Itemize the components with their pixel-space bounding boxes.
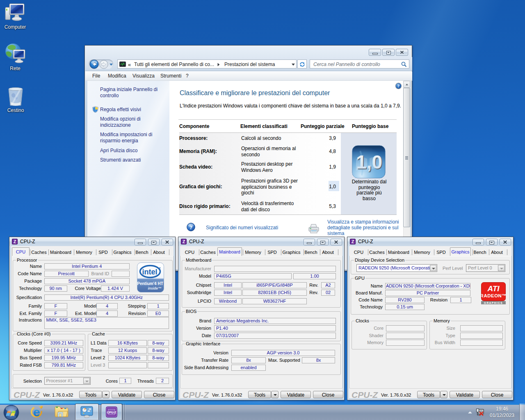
svg-text:RADEON™: RADEON™ bbox=[481, 293, 506, 298]
svg-text:ATI: ATI bbox=[487, 284, 500, 293]
svg-text:Pentium'4 HT: Pentium'4 HT bbox=[137, 281, 163, 286]
svg-text:?: ? bbox=[397, 84, 399, 88]
svg-text:CPU-Z: CPU-Z bbox=[107, 411, 116, 414]
svg-text:e: e bbox=[33, 405, 40, 419]
svg-text:?: ? bbox=[189, 224, 192, 231]
svg-text:intel: intel bbox=[142, 268, 157, 276]
svg-text:GRAPHICS: GRAPHICS bbox=[484, 301, 503, 304]
svg-text:1,0: 1,0 bbox=[356, 151, 382, 173]
svg-text:inside™: inside™ bbox=[148, 286, 161, 290]
